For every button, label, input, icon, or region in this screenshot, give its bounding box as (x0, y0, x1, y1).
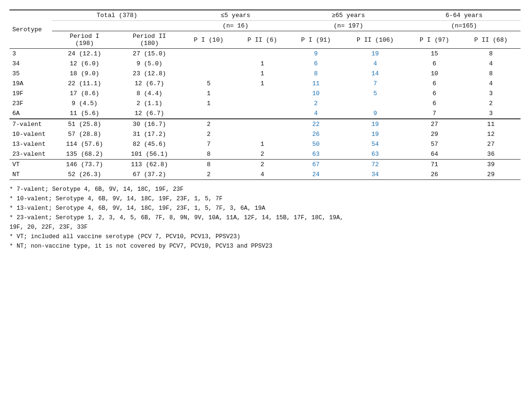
table-cell: 4 (343, 59, 408, 69)
table-cell: 4 (235, 170, 289, 180)
footnote-line: * 13-valent; Serotype 4, 6B, 9V, 14, 18C… (9, 204, 521, 213)
table-cell: 24 (12.1) (52, 49, 117, 59)
table-cell: 9 (5.0) (117, 59, 182, 69)
table-cell: 2 (182, 170, 235, 180)
le5-header: ≤5 years (182, 10, 289, 21)
table-cell: 6 (289, 59, 342, 69)
table-cell: 64 (408, 149, 461, 160)
table-cell: 12 (6.0) (52, 59, 117, 69)
table-cell: 71 (408, 160, 461, 170)
table-cell: 31 (17.2) (117, 129, 182, 139)
table-cell: 7 (408, 108, 461, 119)
table-row: 13-valent114 (57.6)82 (45.6)7150545727 (9, 139, 521, 149)
table-cell: 11 (289, 79, 342, 89)
table-cell: 7 (343, 79, 408, 89)
data-table: Serotype Total (378) ≤5 years ≥65 years … (9, 9, 521, 180)
table-cell: 5 (343, 89, 408, 98)
table-cell (235, 108, 289, 119)
table-cell: 8 (182, 160, 235, 170)
table-cell: 11 (5.6) (52, 108, 117, 119)
table-cell: 72 (343, 160, 408, 170)
table-cell: 54 (343, 139, 408, 149)
total-sub (52, 21, 182, 31)
table-cell: 19F (9, 89, 52, 98)
table-cell: 10 (289, 89, 342, 98)
table-cell: 1 (235, 79, 289, 89)
table-cell: 8 (461, 49, 521, 59)
table-cell: 19 (343, 119, 408, 129)
table-row: 23F9 (4.5)2 (1.1)1262 (9, 98, 521, 108)
header-row-3: Period I (198) Period II (180) P I (10) … (9, 31, 521, 49)
table-cell: 6 (408, 59, 461, 69)
table-cell: 34 (9, 59, 52, 69)
table-cell: 101 (56.1) (117, 149, 182, 160)
table-cell: 4 (461, 79, 521, 89)
footnote-line: 19F, 20, 22F, 23F, 33F (9, 223, 521, 232)
table-cell: 63 (289, 149, 342, 160)
table-cell: 2 (235, 160, 289, 170)
table-cell: 27 (461, 139, 521, 149)
table-cell: 15 (408, 49, 461, 59)
table-cell: 4 (289, 108, 342, 119)
le5-sub: (n= 16) (182, 21, 289, 31)
table-cell: 1 (182, 98, 235, 108)
table-cell: 36 (461, 149, 521, 160)
table-cell (235, 129, 289, 139)
footnote-line: * 10-valent; Serotype 4, 6B, 9V, 14, 18C… (9, 194, 521, 204)
table-cell (235, 49, 289, 59)
table-cell: 67 (289, 160, 342, 170)
table-cell: 2 (235, 149, 289, 160)
table-cell: 12 (6.7) (117, 108, 182, 119)
header-row-1: Serotype Total (378) ≤5 years ≥65 years … (9, 10, 521, 21)
table-cell (182, 59, 235, 69)
table-cell: 6A (9, 108, 52, 119)
table-cell: 3 (461, 108, 521, 119)
table-row: VT146 (73.7)113 (62.8)8267727139 (9, 160, 521, 170)
serotype-header: Serotype (9, 10, 52, 49)
table-cell: 82 (45.6) (117, 139, 182, 149)
footnotes-section: * 7-valent; Serotype 4, 6B, 9V, 14, 18C,… (9, 185, 521, 251)
table-body: 324 (12.1)27 (15.0)9191583412 (6.0)9 (5.… (9, 49, 521, 180)
table-cell: 17 (8.6) (52, 89, 117, 98)
table-row: 324 (12.1)27 (15.0)919158 (9, 49, 521, 59)
age664-header: 6-64 years (408, 10, 521, 21)
le5-p1-header: P I (10) (182, 31, 235, 49)
table-cell: 2 (182, 119, 235, 129)
table-cell: 3 (461, 89, 521, 98)
table-cell: 19A (9, 79, 52, 89)
table-row: 23-valent135 (68.2)101 (56.1)8263636436 (9, 149, 521, 160)
table-row: 6A11 (5.6)12 (6.7)4973 (9, 108, 521, 119)
table-cell: 6 (408, 79, 461, 89)
table-cell: 6 (408, 98, 461, 108)
table-cell: 2 (461, 98, 521, 108)
table-cell: 12 (6.7) (117, 79, 182, 89)
table-cell: 24 (289, 170, 342, 180)
table-cell: 5 (182, 79, 235, 89)
table-cell: 8 (182, 149, 235, 160)
le5-p2-header: P II (6) (235, 31, 289, 49)
table-cell: 1 (235, 139, 289, 149)
table-cell: 23-valent (9, 149, 52, 160)
table-cell: 14 (343, 69, 408, 79)
table-cell: 50 (289, 139, 342, 149)
table-cell: 2 (1.1) (117, 98, 182, 108)
table-cell: 22 (11.1) (52, 79, 117, 89)
table-cell (182, 108, 235, 119)
table-cell: 27 (408, 119, 461, 129)
table-cell: 63 (343, 149, 408, 160)
table-cell: 18 (9.0) (52, 69, 117, 79)
table-cell: 10 (408, 69, 461, 79)
footnote-line: * 7-valent; Serotype 4, 6B, 9V, 14, 18C,… (9, 185, 521, 194)
table-row: 10-valent57 (28.8)31 (17.2)226192912 (9, 129, 521, 139)
table-cell (235, 98, 289, 108)
period1-header: Period I (198) (52, 31, 117, 49)
table-cell: 9 (343, 108, 408, 119)
table-cell (182, 49, 235, 59)
table-cell: 146 (73.7) (52, 160, 117, 170)
table-cell: 27 (15.0) (117, 49, 182, 59)
table-cell: VT (9, 160, 52, 170)
footnote-line: * 23-valent; Serotype 1, 2, 3, 4, 5, 6B,… (9, 213, 521, 223)
table-cell: 114 (57.6) (52, 139, 117, 149)
footnote-line: * VT; included all vaccine serotype (PCV… (9, 232, 521, 241)
ge65-p2-header: P II (106) (343, 31, 408, 49)
